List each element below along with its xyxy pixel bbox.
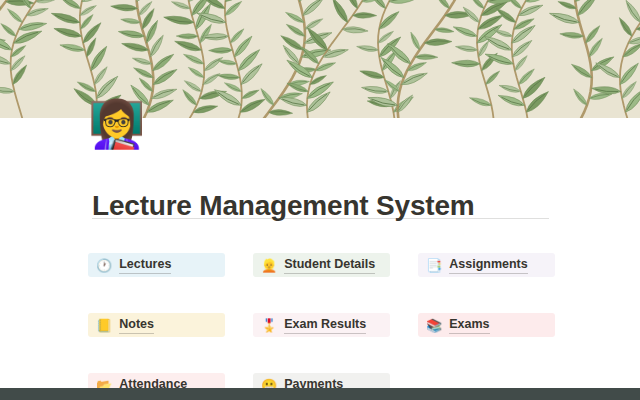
notebook-icon: 📒 — [96, 318, 112, 333]
page-icon-teacher-emoji[interactable]: 👩‍🏫 — [88, 96, 144, 152]
student-person-icon: 👱 — [261, 258, 277, 273]
card-notes[interactable]: 📒 Notes — [88, 313, 225, 337]
card-label: Exams — [449, 317, 489, 334]
card-label: Exam Results — [284, 317, 366, 334]
divider — [92, 218, 549, 219]
card-label: Assignments — [449, 257, 528, 274]
notion-page: 👩‍🏫 Lecture Management System 🕐 Lectures… — [0, 0, 640, 400]
card-student-details[interactable]: 👱 Student Details — [253, 253, 390, 277]
card-label: Student Details — [284, 257, 375, 274]
card-label: Lectures — [119, 257, 171, 274]
clock-icon: 🕐 — [96, 258, 112, 273]
medal-icon: 🎖️ — [261, 318, 277, 333]
card-exams[interactable]: 📚 Exams — [418, 313, 555, 337]
bookmark-tabs-icon: 📑 — [426, 258, 442, 273]
card-exam-results[interactable]: 🎖️ Exam Results — [253, 313, 390, 337]
card-lectures[interactable]: 🕐 Lectures — [88, 253, 225, 277]
books-icon: 📚 — [426, 318, 442, 333]
link-cards-grid: 🕐 Lectures 👱 Student Details 📑 Assignmen… — [88, 253, 555, 397]
card-label: Notes — [119, 317, 154, 334]
next-block-edge — [0, 388, 640, 400]
card-assignments[interactable]: 📑 Assignments — [418, 253, 555, 277]
